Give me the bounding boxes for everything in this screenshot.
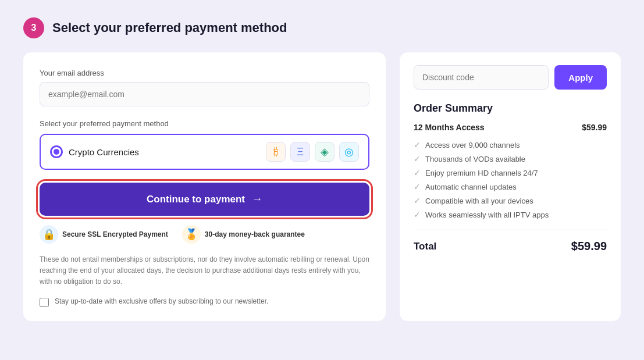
total-label: Total	[414, 241, 436, 252]
discount-row: Apply	[414, 65, 607, 90]
money-back-icon: 🏅	[182, 225, 201, 244]
usdc-icon: ◎	[339, 142, 359, 162]
ssl-badge-text: Secure SSL Encrypted Payment	[62, 230, 168, 238]
ssl-badge: 🔒 Secure SSL Encrypted Payment	[40, 225, 168, 244]
feature-item: ✓ Access over 9,000 channels	[414, 140, 607, 149]
tether-icon: ◈	[315, 142, 335, 162]
discount-input[interactable]	[414, 65, 549, 90]
total-row: Total $59.99	[414, 240, 607, 253]
check-icon: ✓	[414, 196, 421, 205]
order-item-row: 12 Months Access $59.99	[414, 123, 607, 132]
title-row: 3 Select your preferred payment method	[23, 17, 621, 38]
feature-list: ✓ Access over 9,000 channels ✓ Thousands…	[414, 140, 607, 219]
feature-item: ✓ Compatible with all your devices	[414, 196, 607, 205]
check-icon: ✓	[414, 182, 421, 191]
main-content: Your email address Select your preferred…	[23, 52, 621, 321]
payment-left: Crypto Currencies	[50, 145, 139, 158]
money-back-badge: 🏅 30-day money-back guarantee	[182, 225, 305, 244]
email-label: Your email address	[40, 69, 369, 77]
payment-selector[interactable]: Crypto Currencies ₿ Ξ ◈ ◎	[40, 134, 369, 170]
feature-text: Thousands of VODs available	[425, 155, 525, 163]
step-badge: 3	[23, 17, 44, 38]
bitcoin-icon: ₿	[266, 142, 286, 162]
money-back-badge-text: 30-day money-back guarantee	[205, 230, 305, 238]
feature-text: Works seamlessly with all IPTV apps	[425, 211, 549, 219]
email-input[interactable]	[40, 82, 369, 106]
feature-text: Enjoy premium HD channels 24/7	[425, 169, 538, 177]
payment-method-label: Select your preferred payment method	[40, 119, 369, 128]
feature-item: ✓ Enjoy premium HD channels 24/7	[414, 168, 607, 177]
radio-inner	[54, 149, 59, 155]
feature-item: ✓ Thousands of VODs available	[414, 154, 607, 163]
right-panel: Apply Order Summary 12 Months Access $59…	[400, 52, 621, 321]
divider	[414, 230, 607, 230]
order-item-name: 12 Months Access	[414, 123, 485, 132]
feature-text: Automatic channel updates	[425, 183, 517, 191]
feature-item: ✓ Automatic channel updates	[414, 182, 607, 191]
newsletter-text: Stay up-to-date with exclusive offers by…	[55, 297, 268, 305]
page-title: Select your preferred payment method	[52, 20, 287, 35]
arrow-right-icon: →	[252, 193, 262, 205]
page-container: 3 Select your preferred payment method Y…	[23, 17, 621, 321]
feature-text: Compatible with all your devices	[425, 197, 533, 205]
feature-item: ✓ Works seamlessly with all IPTV apps	[414, 210, 607, 219]
security-badges: 🔒 Secure SSL Encrypted Payment 🏅 30-day …	[40, 225, 369, 244]
check-icon: ✓	[414, 168, 421, 177]
continue-to-payment-button[interactable]: Continue to payment →	[40, 183, 369, 216]
continue-btn-label: Continue to payment	[147, 194, 245, 205]
crypto-icons: ₿ Ξ ◈ ◎	[266, 142, 359, 162]
radio-circle	[50, 145, 63, 158]
newsletter-checkbox[interactable]	[40, 298, 49, 307]
ssl-icon: 🔒	[40, 225, 58, 244]
disclaimer-text: These do not entail memberships or subsc…	[40, 254, 369, 288]
left-panel: Your email address Select your preferred…	[23, 52, 386, 321]
order-summary-title: Order Summary	[414, 102, 607, 115]
payment-name: Crypto Currencies	[69, 147, 139, 157]
check-icon: ✓	[414, 140, 421, 149]
total-price: $59.99	[571, 240, 607, 253]
newsletter-row: Stay up-to-date with exclusive offers by…	[40, 297, 369, 307]
check-icon: ✓	[414, 154, 421, 163]
apply-button[interactable]: Apply	[554, 65, 607, 90]
check-icon: ✓	[414, 210, 421, 219]
ethereum-icon: Ξ	[290, 142, 310, 162]
order-item-price: $59.99	[582, 123, 607, 132]
feature-text: Access over 9,000 channels	[425, 141, 520, 149]
